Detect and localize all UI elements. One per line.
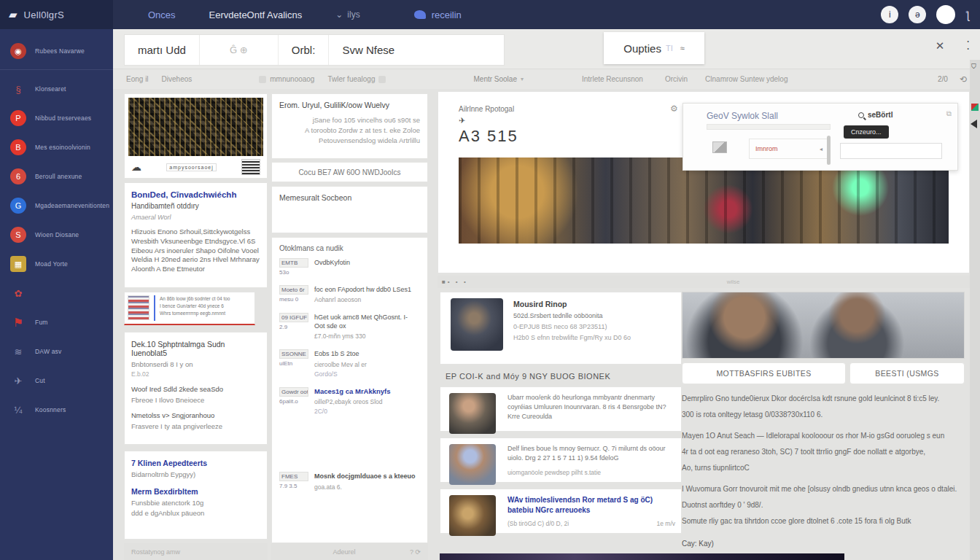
- sidebar-item-3[interactable]: B Mes esoinoolvionin: [0, 133, 113, 162]
- widget-title: GeoV Sywlok Slall: [707, 111, 778, 121]
- widget-scrollbar[interactable]: [827, 136, 831, 165]
- refresh-icon[interactable]: ⟲: [960, 74, 967, 85]
- select-value: Imnrom: [755, 145, 778, 152]
- column-2-footer: Adeurel ? ⟳: [271, 543, 428, 560]
- row-title[interactable]: hGet uok arnc8 Met QhGosnt. I- Oot sde o…: [314, 313, 420, 330]
- article-card-1[interactable]: BonıDed, Cīnvadchwiéchh Handibamteñ otdd…: [124, 182, 268, 288]
- sidebar-item-7[interactable]: ▦ Moad Yorte: [0, 249, 113, 279]
- row-title[interactable]: foc eon FApodort hw ddb0 LSes1: [314, 285, 411, 294]
- sidebar-item-12[interactable]: ¼ Koosnners: [0, 395, 113, 424]
- list-title[interactable]: Dek.10 Sphptntalmga Sudn Iuenoblat5: [131, 340, 260, 357]
- filter-item-4[interactable]: Twler fuealogg: [327, 75, 386, 83]
- row-title[interactable]: Eobs 1b S 2toe: [314, 349, 367, 358]
- collapse-arrow-icon[interactable]: [971, 120, 977, 128]
- link-title-2[interactable]: Merm Bexdirbltem: [131, 487, 260, 496]
- sidebar-label-12: Koosnners: [35, 406, 66, 413]
- expand-icon[interactable]: ⧉: [946, 109, 952, 118]
- news-link[interactable]: WAv timoleslivendsn Ror metard S ag öC) …: [508, 495, 675, 516]
- caret-down-icon: ▾: [521, 76, 524, 82]
- list-item[interactable]: Gowdr oot 6palit.o Maces1g ca MrAkknyfs …: [279, 387, 420, 416]
- sidebar-item-2[interactable]: P Nibbud treserveaes: [0, 104, 113, 133]
- nav-item-3[interactable]: ⌄ilys: [335, 9, 359, 20]
- sidebar-item-0[interactable]: ◉ Rubees Navarwe: [0, 36, 113, 70]
- list-item[interactable]: Moeto 6r mesu 0 foc eon FApodort hw ddb0…: [279, 285, 420, 303]
- info-button[interactable]: i: [881, 6, 898, 23]
- list-item[interactable]: FMES 7.9 3.5 Mosnk docjgmlduaoe s a ktee…: [279, 472, 420, 490]
- footer-icons[interactable]: ? ⟳: [410, 548, 421, 556]
- nav-item-2[interactable]: EervdeteOntf Avalicns: [209, 9, 303, 20]
- list-meta: E.b.02: [131, 370, 260, 378]
- next-card-preview: [440, 553, 844, 560]
- sidebar-item-6[interactable]: S Wioen Diosane: [0, 220, 113, 249]
- flag-icon[interactable]: [971, 104, 979, 111]
- segment-lock-icons[interactable]: Ĝ ⊕: [200, 35, 279, 65]
- photo-card[interactable]: ☁ ampysoorsaoej: [124, 93, 268, 179]
- news-avatar: [449, 393, 496, 434]
- news-title[interactable]: Mousird Rinop: [513, 300, 674, 308]
- article-signature: Cay: Kay): [682, 538, 966, 549]
- list-sub: Bnbtonserdi 8 I y on: [131, 360, 260, 368]
- filter-item-5[interactable]: Intrlete Recunsnon: [582, 75, 643, 83]
- row-title[interactable]: OvdbKyfotin: [314, 258, 350, 267]
- list-item[interactable]: EMTB 53o OvdbKyfotin: [279, 258, 420, 276]
- article-title[interactable]: BonıDed, Cīnvadchwiéchh: [131, 190, 260, 199]
- row-title-link[interactable]: Maces1g ca MrAkknyfs: [314, 387, 391, 397]
- column-2: Erom. Uryul, GuliliK/oow Wuelvy jSane fo…: [271, 89, 428, 560]
- news-item[interactable]: WAv timoleslivendsn Ror metard S ag öC) …: [440, 489, 682, 534]
- quote-card[interactable]: Erom. Uryul, GuliliK/oow Wuelvy jSane fo…: [271, 93, 428, 159]
- sidebar-item-9[interactable]: ⚑ Fum: [0, 308, 113, 337]
- list-item[interactable]: SSONNE ulEtn Eobs 1b S 2toe cieroolbe Me…: [279, 349, 420, 377]
- link-title-1[interactable]: 7 Klinen Aepedteerts: [131, 459, 260, 467]
- filter-item-1[interactable]: Eong il: [126, 75, 149, 83]
- widget-search[interactable]: seBörtl: [858, 111, 892, 119]
- tab-2[interactable]: BEESTI (USMGS: [849, 362, 965, 384]
- nav-item-1[interactable]: Onces: [148, 9, 176, 20]
- tab-1[interactable]: MOTTBASFIRS EUBITES: [682, 362, 846, 384]
- featured-news-item[interactable]: Mousird Rinop 502d.Srsbert tednlle oöböo…: [440, 292, 682, 365]
- news-item[interactable]: Delf lines boue ls mnoy 9ernucr. Q. 7i m…: [440, 438, 682, 483]
- links-card[interactable]: 7 Klinen Aepedteerts Bidarnoltrnb Eypgyy…: [124, 451, 268, 540]
- filter-menu[interactable]: Mentr Soolae▾: [473, 75, 524, 83]
- search-segment-1[interactable]: martı Udd: [125, 35, 200, 65]
- search-segment-2[interactable]: Orbl:: [279, 35, 330, 65]
- more-icon[interactable]: ⁚: [966, 39, 970, 52]
- mini-ad-card[interactable]: An 86b loow j6b sodnter ct 04 too I benc…: [124, 292, 255, 325]
- sidebar-item-4[interactable]: 6 Beroull anexune: [0, 162, 113, 191]
- right-scroll-rail[interactable]: ⛉: [970, 60, 980, 560]
- section-card[interactable]: Memesuralt Socbeon: [271, 186, 428, 233]
- filter-item-6[interactable]: Orcivin: [665, 75, 688, 83]
- load-more-button[interactable]: Cocu BE7 AW 60O NWDJooIcs: [271, 162, 428, 182]
- widget-select[interactable]: Imnrom ◂: [749, 139, 829, 159]
- bookmark-icon[interactable]: ⛉: [971, 63, 976, 71]
- widget-text-input[interactable]: [840, 143, 942, 159]
- feed-icon-12: ¼: [10, 402, 26, 418]
- link-sub-2a: Funsbbie atenctork 10g: [131, 499, 260, 507]
- user-avatar[interactable]: [936, 5, 955, 24]
- sidebar-item-11[interactable]: ✈ Cut: [0, 366, 113, 395]
- filter-item-2[interactable]: Diveheos: [162, 75, 192, 83]
- list-item[interactable]: Nmetolss v> Sngjoranhouo Frasvere I ty a…: [131, 411, 260, 430]
- news-item[interactable]: Ubarr moo/enk dö heurlonga mmbyantr dnen…: [440, 386, 682, 432]
- filter-item-3[interactable]: mmnunooaog: [259, 75, 314, 83]
- sidebar-item-5[interactable]: G Mgadeaemanevenitionten: [0, 191, 113, 220]
- list-card[interactable]: Dek.10 Sphptntalmga Sudn Iuenoblat5 Bnbt…: [124, 332, 268, 445]
- list-item[interactable]: Woof Ired Sdld 2kede seaSdo Fbreoe I Ilo…: [131, 385, 260, 404]
- notification-action[interactable]: receilin: [414, 9, 462, 20]
- sidebar-item-10[interactable]: ≋ DAW asv: [0, 337, 113, 366]
- filter-item-7[interactable]: Clnamrow Suntew ydelog: [705, 75, 788, 83]
- quote-title[interactable]: Erom. Uryul, GuliliK/oow Wuelvy: [279, 101, 420, 109]
- help-button[interactable]: ə: [909, 6, 926, 23]
- options-button[interactable]: Oupties TI ≈: [604, 32, 704, 64]
- sidebar-label-7: Moad Yorte: [35, 260, 68, 268]
- gear-icon[interactable]: ⚙: [670, 104, 678, 114]
- row-title[interactable]: Mosnk docjgmlduaoe s a kteeuo: [314, 472, 416, 481]
- search-segment-3[interactable]: Svw Nfese: [329, 35, 408, 65]
- search-toolbar: martı Udd Ĝ ⊕ Orbl: Svw Nfese Oupties TI…: [113, 29, 980, 69]
- pager-dots[interactable]: ■• • •: [442, 279, 468, 285]
- sidebar-item-8[interactable]: ✿: [0, 279, 113, 308]
- brand-zone[interactable]: ▰ Uell0lgrS: [0, 0, 113, 29]
- list-item[interactable]: 09 IGFUF 2.9 hGet uok arnc8 Met QhGosnt.…: [279, 313, 420, 340]
- sidebar-item-1[interactable]: § Klonsearet: [0, 74, 113, 104]
- close-icon[interactable]: ✕: [936, 39, 945, 52]
- handle-icon[interactable]: ƪ: [965, 9, 970, 21]
